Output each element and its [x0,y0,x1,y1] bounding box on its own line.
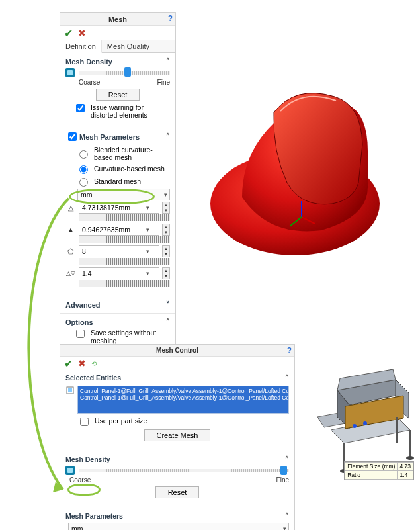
tab-mesh-quality[interactable]: Mesh Quality [102,40,155,52]
density2-title: Mesh Density [65,455,110,463]
circle-min-icon: ⬠ [65,247,76,256]
mesh-icon [65,466,75,475]
chevron-down-icon: ▾ [283,525,286,530]
advanced-title[interactable]: Advanced [65,301,101,309]
growth-ratio-input[interactable]: 1.4 ▾ [79,267,159,279]
mesh-control-panel: Mesh Control ? ✔ ✖ ⟲ Selected Entities ˄… [60,344,295,530]
coarse2-label: Coarse [69,476,91,484]
slider-thumb[interactable] [280,466,287,475]
density-slider-row [65,68,170,77]
growth-ratio-value: 1.4 [82,269,92,277]
3d-viewport-top[interactable] [176,12,413,292]
min-size-input[interactable]: 0.94627635mm ▾ [79,224,159,236]
warn-checkbox[interactable] [76,104,85,112]
density-slider[interactable] [79,71,170,75]
chevron-down-icon: ▾ [146,204,149,211]
perpart-label: Use per part size [95,417,147,425]
help-icon[interactable]: ? [287,346,292,355]
spinner[interactable]: ▲▼ [162,267,170,279]
save-checkbox[interactable] [76,330,85,338]
chevron-down-icon: ▾ [146,248,149,255]
svg-point-19 [363,421,367,425]
cancel-icon[interactable]: ✖ [78,358,86,369]
chevron-up-icon[interactable]: ˄ [285,455,289,463]
params2-section: Mesh Parameters ˄ mm ▾ △ 4.730mm ▲▼ ✕ 1.… [60,508,294,530]
chevron-down-icon: ▾ [146,226,149,233]
info-k2: Ratio [345,471,398,480]
fine-label: Fine [157,79,170,86]
save-label: Save settings without meshing [91,329,170,345]
3d-viewport-bottom[interactable]: Element Size (mm)4.73 Ratio1.4 [304,344,417,516]
ruler[interactable] [79,214,170,221]
min-size-icon: ▲ [65,225,76,234]
unit-dropdown[interactable]: mm ▾ [77,189,170,200]
selected-entities-title: Selected Entities [65,374,121,382]
panel2-title: Mesh Control [156,347,198,354]
chevron-down-icon: ▾ [164,191,167,198]
chevron-down-icon: ▾ [146,270,149,277]
ok-icon[interactable]: ✔ [64,357,73,370]
confirm-row: ✔ ✖ [60,26,175,40]
global-size-icon: △ [65,203,76,212]
perpart-checkbox[interactable] [80,418,89,426]
chevron-up-icon[interactable]: ˄ [166,318,170,326]
mesh-icon [65,68,75,77]
mesh-density-title: Mesh Density [65,58,112,66]
selection-listbox[interactable]: Control_Panel-1@Full_Grill_Assembly/Valv… [77,386,289,414]
spinner[interactable]: ▲▼ [162,224,170,236]
selection-item[interactable]: Control_Panel-1@Full_Grill_Assembly/Valv… [80,394,286,401]
chevron-up-icon[interactable]: ˄ [285,512,289,520]
chevron-up-icon[interactable]: ˄ [166,132,170,141]
spinner[interactable]: ▲▼ [162,245,170,257]
params2-title: Mesh Parameters [65,512,123,520]
info-v2: 1.4 [398,471,413,480]
cancel-icon[interactable]: ✖ [78,28,86,38]
reset2-button[interactable]: Reset [155,486,200,498]
pin-icon[interactable]: ⟲ [91,360,97,367]
help-icon[interactable]: ? [168,14,173,23]
radio-standard[interactable] [79,178,88,187]
chevron-down-icon[interactable]: ˅ [166,300,170,309]
blended-label: Blended curvature-based mesh [94,146,170,161]
selected-entities-section: Selected Entities ˄ Control_Panel-1@Full… [60,370,294,451]
warn-label: Issue warning for distorted elements [91,103,170,119]
ruler[interactable] [79,258,170,265]
mesh-parameters-title: Mesh Parameters [79,133,166,141]
radio-curvature[interactable] [79,165,88,174]
create-mesh-button[interactable]: Create Mesh [144,429,211,441]
density2-section: Mesh Density ˄ Coarse Fine Reset [60,451,294,508]
mesh-density-section: Mesh Density ˄ Coarse Fine Reset Issue w… [60,53,175,126]
circle-elements-input[interactable]: 8 ▾ [79,245,159,257]
reset-button[interactable]: Reset [96,89,140,101]
info-k1: Element Size (mm) [345,463,398,471]
chevron-up-icon[interactable]: ˄ [285,374,289,382]
knob-3d-model [202,65,394,277]
radio-blended[interactable] [79,150,88,159]
min-size-value: 0.94627635mm [82,226,130,234]
ruler[interactable] [79,280,170,287]
ruler[interactable] [79,236,170,243]
svg-point-17 [406,456,414,460]
tab-bar: Definition Mesh Quality [60,40,175,53]
info-v1: 4.73 [398,463,413,471]
chevron-up-icon[interactable]: ˄ [166,57,170,66]
panel-title: Mesh [108,15,127,23]
unit-value: mm [81,191,93,199]
element-size-input[interactable]: 4.73138175mm ▾ [79,202,159,214]
tab-definition[interactable]: Definition [60,40,102,53]
element-info-tooltip: Element Size (mm)4.73 Ratio1.4 [344,461,414,480]
density2-slider[interactable] [79,469,289,472]
spinner[interactable]: ▲▼ [162,202,170,214]
coarse-label: Coarse [79,79,100,86]
params-enable-checkbox[interactable] [68,132,77,141]
mesh-parameters-section: Mesh Parameters ˄ Blended curvature-base… [60,126,175,296]
element-size-value: 4.73138175mm [82,204,130,212]
selection-item[interactable]: Control_Panel-1@Full_Grill_Assembly/Valv… [80,388,286,394]
panel2-title-bar: Mesh Control ? [60,345,294,357]
slider-thumb[interactable] [124,67,131,77]
unit2-dropdown[interactable]: mm ▾ [68,523,289,530]
ok-icon[interactable]: ✔ [64,27,73,40]
mesh-panel: Mesh ? ✔ ✖ Definition Mesh Quality Mesh … [60,12,176,365]
curvature-label: Curvature-based mesh [94,165,165,173]
circle-elements-value: 8 [82,247,86,255]
